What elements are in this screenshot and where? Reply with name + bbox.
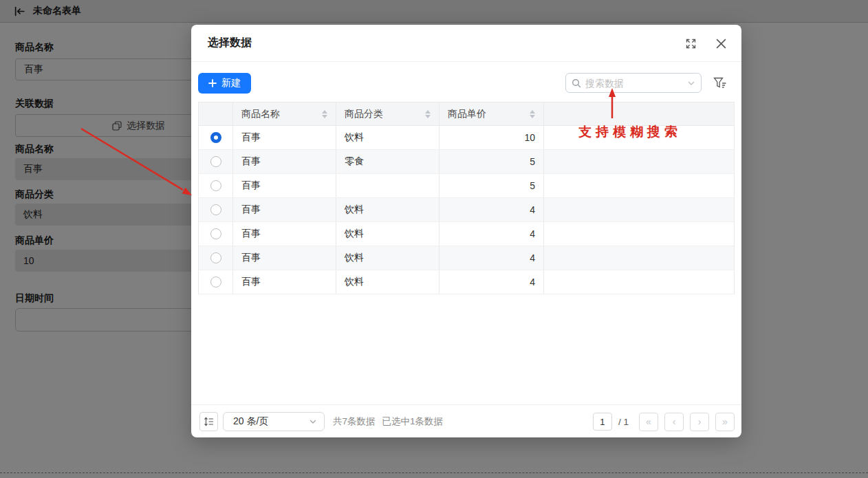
- radio-unselected[interactable]: [210, 276, 221, 287]
- table-row[interactable]: 百事 5: [199, 174, 734, 198]
- header-product-name[interactable]: 商品名称: [233, 102, 336, 125]
- table-totals: 共7条数据 已选中1条数据: [333, 405, 443, 438]
- header-price[interactable]: 商品单价: [440, 102, 544, 125]
- selected-count-label: 已选中1条数据: [382, 415, 444, 428]
- modal-title: 选择数据: [208, 36, 252, 50]
- table-row[interactable]: 百事 饮料 10: [199, 126, 734, 150]
- filter-icon[interactable]: [712, 76, 728, 91]
- last-page-button[interactable]: »: [715, 413, 735, 431]
- table-row[interactable]: 百事 零食 5: [199, 150, 734, 174]
- select-data-modal: 选择数据: [191, 25, 741, 437]
- table-header-row: 商品名称 商品分类 商品单价: [199, 102, 734, 126]
- search-input[interactable]: [585, 78, 683, 89]
- radio-unselected[interactable]: [210, 204, 221, 215]
- modal-footer: 20 条/页 共7条数据 已选中1条数据 / 1 « ‹ › »: [191, 404, 741, 437]
- total-count-label: 共7条数据: [333, 415, 376, 428]
- data-table: 商品名称 商品分类 商品单价 百事 饮料 10: [198, 102, 735, 294]
- table-row[interactable]: 百事 饮料 4: [199, 270, 734, 294]
- page: 未命名表单 商品名称 百事 关联数据 选择数据 商品名称 百事 商品分类 饮料 …: [0, 0, 868, 478]
- modal-header: 选择数据: [191, 25, 741, 62]
- create-button-label: 新建: [221, 77, 241, 89]
- first-page-button[interactable]: «: [639, 413, 658, 431]
- density-icon[interactable]: [199, 412, 218, 431]
- radio-unselected[interactable]: [210, 252, 221, 263]
- page-number-input[interactable]: [593, 413, 612, 431]
- page-total-label: / 1: [618, 417, 629, 427]
- create-button[interactable]: 新建: [198, 73, 251, 94]
- table-row[interactable]: 百事 饮料 4: [199, 198, 734, 222]
- table-row[interactable]: 百事 饮料 4: [199, 222, 734, 246]
- fullscreen-icon[interactable]: [685, 38, 696, 49]
- page-size-label: 20 条/页: [233, 415, 309, 428]
- radio-unselected[interactable]: [210, 228, 221, 239]
- header-category[interactable]: 商品分类: [336, 102, 440, 125]
- sort-icon[interactable]: [530, 110, 535, 118]
- chevron-down-icon: [309, 417, 317, 426]
- search-input-wrapper: [565, 73, 702, 93]
- header-filler: [544, 102, 734, 125]
- radio-unselected[interactable]: [210, 180, 221, 191]
- header-label: 商品名称: [241, 108, 280, 120]
- chevron-down-icon[interactable]: [687, 79, 695, 87]
- page-size-select[interactable]: 20 条/页: [223, 412, 325, 431]
- pagination: / 1 « ‹ › »: [593, 405, 735, 438]
- radio-unselected[interactable]: [210, 156, 221, 167]
- header-label: 商品单价: [448, 108, 486, 120]
- search-icon: [572, 78, 581, 88]
- sort-icon[interactable]: [322, 110, 327, 118]
- header-radio-cell: [199, 102, 233, 125]
- next-page-button[interactable]: ›: [690, 413, 709, 431]
- table-row[interactable]: 百事 饮料 4: [199, 246, 734, 270]
- radio-selected[interactable]: [210, 132, 221, 143]
- sort-icon[interactable]: [425, 110, 431, 118]
- header-label: 商品分类: [345, 108, 383, 120]
- close-icon[interactable]: [715, 38, 726, 49]
- plus-icon: [208, 79, 217, 87]
- prev-page-button[interactable]: ‹: [664, 413, 684, 431]
